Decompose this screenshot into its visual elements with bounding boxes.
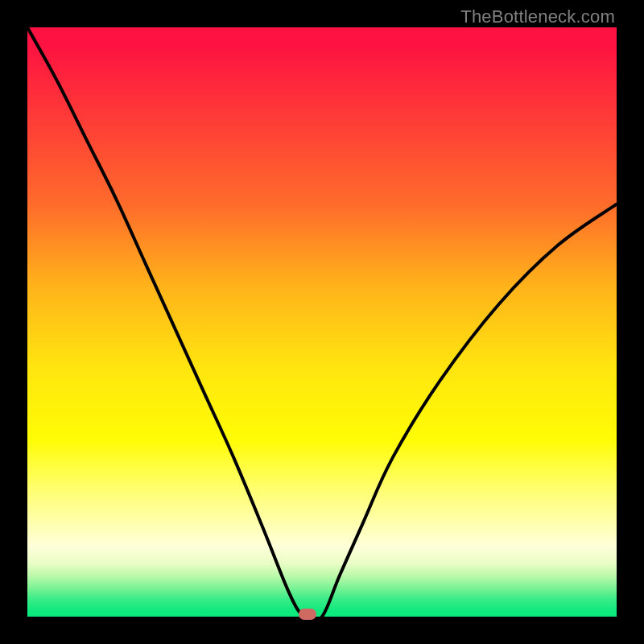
watermark-text: TheBottleneck.com — [460, 6, 615, 27]
plot-area — [27, 27, 617, 617]
chart-frame: TheBottleneck.com — [0, 0, 644, 644]
optimal-point-marker — [299, 609, 316, 620]
bottleneck-curve — [27, 27, 617, 617]
